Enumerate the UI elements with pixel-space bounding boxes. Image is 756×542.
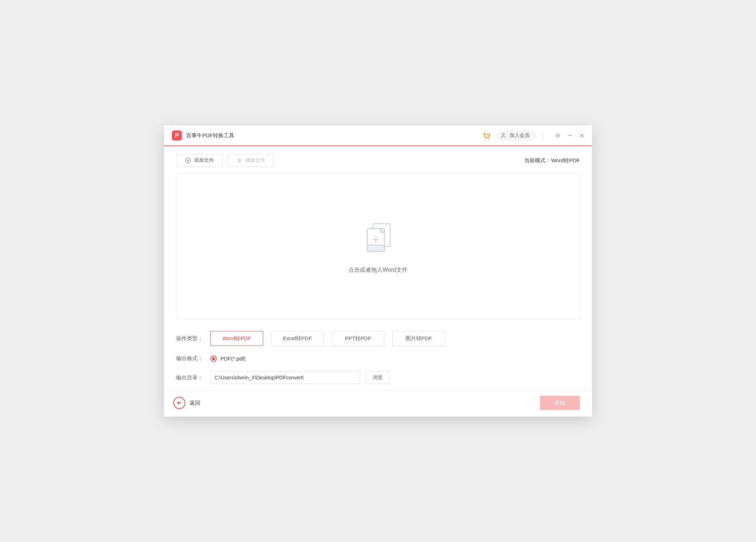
svg-point-2 [502,133,504,136]
document-add-icon [360,219,396,256]
type-ppt-to-pdf[interactable]: PPT转PDF [332,331,384,346]
plus-circle-icon [185,157,191,164]
menu-icon[interactable] [554,132,561,139]
close-button[interactable] [578,132,586,139]
trash-icon [236,157,242,164]
file-drop-zone[interactable]: 点击或者拖入Word文件 [176,173,580,319]
format-label: 输出格式： [176,355,210,362]
output-dir-row: 输出目录： 浏览 [176,371,580,384]
divider [542,132,543,139]
app-logo: P [172,131,182,140]
start-button[interactable]: 开始 [540,396,580,410]
user-icon [500,132,507,139]
remove-file-label: 移除文件 [245,157,265,164]
add-file-label: 添加文件 [194,157,214,164]
app-title: 百事牛PDF转换工具 [186,132,234,139]
format-value: PDF(*.pdf) [220,356,246,362]
cart-icon[interactable] [482,131,490,140]
svg-point-0 [485,138,486,139]
current-mode-label: 当前模式：Word转PDF [524,157,580,164]
app-window: P 百事牛PDF转换工具 加入会员 [164,126,592,416]
operation-type-row: 操作类型： Word转PDF Excel转PDF PPT转PDF 图片转PDF [176,331,580,346]
footer-bar: 返回 开始 [164,390,592,416]
join-member-button[interactable]: 加入会员 [496,130,536,141]
remove-file-button[interactable]: 移除文件 [228,154,274,167]
add-file-button[interactable]: 添加文件 [176,154,223,167]
type-label: 操作类型： [176,335,210,342]
format-radio-pdf[interactable] [210,356,217,362]
output-format-row: 输出格式： PDF(*.pdf) [176,355,580,362]
svg-rect-16 [367,245,384,251]
logo-letter: P [175,132,179,139]
member-label: 加入会员 [510,132,530,139]
browse-button[interactable]: 浏览 [366,371,389,384]
output-path-input[interactable] [210,371,360,384]
back-label: 返回 [190,400,200,406]
drop-hint: 点击或者拖入Word文件 [348,266,408,274]
dir-label: 输出目录： [176,374,210,381]
file-toolbar: 添加文件 移除文件 当前模式：Word转PDF [176,154,580,167]
type-image-to-pdf[interactable]: 图片转PDF [392,331,445,346]
type-excel-to-pdf[interactable]: Excel转PDF [271,331,324,346]
back-button[interactable]: 返回 [173,397,200,409]
type-word-to-pdf[interactable]: Word转PDF [210,331,263,346]
minimize-button[interactable] [566,132,573,139]
content-area: 添加文件 移除文件 当前模式：Word转PDF [164,146,592,388]
title-bar: P 百事牛PDF转换工具 加入会员 [164,126,592,146]
back-arrow-icon [173,397,185,409]
svg-point-1 [488,138,489,139]
